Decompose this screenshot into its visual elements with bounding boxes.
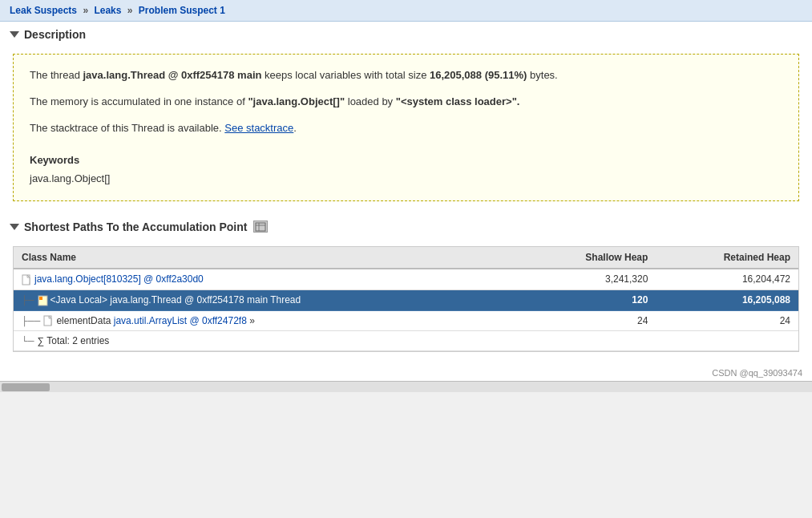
cell-retained-heap: 16,204,472 (656, 269, 798, 289)
paths-label: Shortest Paths To the Accumulation Point (24, 221, 247, 233)
indent-icon: ├─ (22, 295, 34, 305)
desc-p3-pre: The stacktrace of this Thread is availab… (30, 122, 224, 134)
description-box: The thread java.lang.Thread @ 0xff254178… (13, 54, 799, 201)
file-svg (22, 274, 32, 285)
breadcrumb-problem-suspect[interactable]: Problem Suspect 1 (139, 5, 225, 16)
local-svg (38, 295, 48, 306)
class-name-link[interactable]: java.lang.Object[810325] @ 0xff2a30d0 (34, 273, 204, 285)
table-row[interactable]: ├─ <Java Local> java.lang.Thread @ 0xff2… (14, 289, 798, 310)
description-collapse-icon[interactable] (10, 31, 19, 38)
indent-icon: ├── (22, 316, 40, 326)
paths-collapse-icon[interactable] (10, 224, 19, 230)
class-post: Thread (268, 294, 301, 306)
file-svg2 (43, 315, 54, 326)
class-post: » (247, 315, 255, 326)
description-label: Description (24, 28, 86, 41)
file-icon-2 (43, 315, 56, 326)
paths-table: Class Name Shallow Heap Retained Heap ja… (14, 247, 798, 351)
description-paragraph-1: The thread java.lang.Thread @ 0xff254178… (30, 67, 782, 84)
keywords-label: Keywords (30, 152, 782, 169)
watermark: CSDN @qq_39093474 (0, 365, 812, 381)
cell-shallow-heap: 3,241,320 (521, 269, 656, 289)
keywords-value: java.lang.Object[] (30, 171, 782, 188)
cell-class-name: ├─ <Java Local> java.lang.Thread @ 0xff2… (14, 289, 521, 310)
indent-icon: └─ (22, 336, 34, 346)
cell-class-name: ├── elementData java.util.ArrayList @ 0x… (14, 310, 521, 331)
cell-class-name: └─∑ Total: 2 entries (14, 331, 521, 351)
desc-p2-bold1: "java.lang.Object[]" (248, 95, 345, 107)
table-header-row: Class Name Shallow Heap Retained Heap (14, 247, 798, 269)
scrollbar-thumb[interactable] (2, 383, 50, 391)
table-row[interactable]: └─∑ Total: 2 entries (14, 331, 798, 351)
breadcrumb-leak-suspects[interactable]: Leak Suspects (10, 5, 77, 16)
desc-p1-post: keeps local variables with total size (261, 69, 430, 81)
desc-p1-pre: The thread (30, 69, 83, 81)
class-pre: elementData (56, 315, 113, 326)
description-section-header[interactable]: Description (0, 22, 812, 47)
breadcrumb-sep-1: » (83, 5, 88, 16)
desc-p2-post: loaded by (345, 95, 396, 107)
desc-p2-bold2: "<system class loader>". (396, 95, 520, 107)
cell-shallow-heap: 24 (521, 310, 656, 331)
total-label: ∑ Total: 2 entries (38, 335, 110, 346)
desc-p1-bold2: 16,205,088 (95.11%) (430, 69, 527, 81)
cell-shallow-heap: 120 (521, 289, 656, 310)
class-name-link[interactable]: java.util.ArrayList @ 0xff2472f8 (114, 315, 247, 326)
description-paragraph-2: The memory is accumulated in one instanc… (30, 94, 782, 111)
keywords-section: Keywords java.lang.Object[] (30, 152, 782, 188)
col-shallow-heap: Shallow Heap (521, 247, 656, 269)
table-row[interactable]: java.lang.Object[810325] @ 0xff2a30d03,2… (14, 269, 798, 289)
cell-retained-heap: 16,205,088 (656, 289, 798, 310)
class-name-link2[interactable]: java.lang.Thread @ 0xff254178 main (110, 294, 268, 306)
paths-table-wrap: Class Name Shallow Heap Retained Heap ja… (13, 246, 799, 352)
cell-class-name: java.lang.Object[810325] @ 0xff2a30d0 (14, 269, 521, 289)
main-content: Description The thread java.lang.Thread … (0, 22, 812, 381)
cell-retained-heap: 24 (656, 310, 798, 331)
desc-p2-pre: The memory is accumulated in one instanc… (30, 95, 248, 107)
desc-p1-post2: bytes. (527, 69, 557, 81)
export-svg (255, 222, 266, 232)
class-pre: <Java Local> (50, 294, 111, 306)
paths-section-header[interactable]: Shortest Paths To the Accumulation Point (0, 214, 812, 240)
table-export-icon[interactable] (253, 221, 268, 233)
breadcrumb-leaks[interactable]: Leaks (94, 5, 121, 16)
description-paragraph-3: The stacktrace of this Thread is availab… (30, 120, 782, 137)
desc-p3-post: . (293, 122, 297, 134)
local-icon (38, 294, 50, 306)
table-row[interactable]: ├── elementData java.util.ArrayList @ 0x… (14, 310, 798, 331)
col-class-name: Class Name (14, 247, 521, 269)
svg-rect-0 (256, 223, 265, 231)
horizontal-scrollbar[interactable] (0, 381, 812, 392)
cell-shallow-heap (521, 331, 656, 351)
breadcrumb-sep-2: » (127, 5, 133, 16)
cell-retained-heap (656, 331, 798, 351)
breadcrumb-bar: Leak Suspects » Leaks » Problem Suspect … (0, 0, 812, 22)
see-stacktrace-link[interactable]: See stacktrace (224, 122, 293, 134)
svg-rect-7 (39, 297, 42, 300)
col-retained-heap: Retained Heap (656, 247, 798, 269)
file-icon (22, 273, 34, 285)
desc-p1-bold1: java.lang.Thread @ 0xff254178 main (83, 69, 262, 81)
